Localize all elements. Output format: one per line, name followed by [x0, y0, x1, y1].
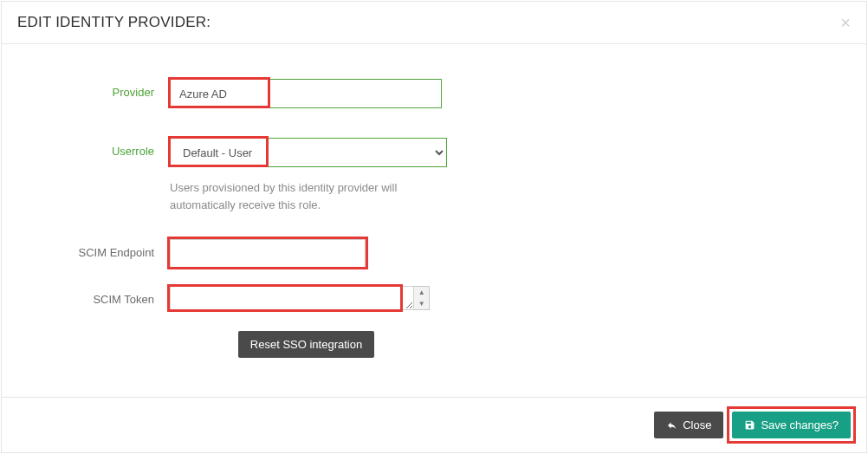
modal-footer: Close Save changes? [2, 397, 866, 452]
label-scim-token: SCIM Token [28, 286, 170, 306]
reset-sso-label: Reset SSO integration [250, 338, 362, 351]
save-icon [744, 419, 755, 431]
row-userrole: Userrole Default - User Users provisione… [28, 138, 840, 213]
modal-body: Provider Userrole Default - User Users p… [2, 44, 866, 397]
spinner-up-icon[interactable]: ▲ [414, 287, 429, 298]
row-scim-token: SCIM Token ▲ ▼ [28, 286, 840, 310]
reply-icon [666, 420, 677, 431]
textarea-spinner[interactable]: ▲ ▼ [414, 286, 430, 310]
provider-input[interactable] [170, 79, 442, 108]
row-provider: Provider [28, 79, 840, 108]
close-icon[interactable]: × [840, 14, 851, 31]
close-button[interactable]: Close [654, 412, 723, 438]
row-scim-endpoint: SCIM Endpoint [28, 239, 840, 269]
scim-token-input[interactable] [170, 286, 414, 310]
close-button-label: Close [683, 418, 711, 431]
modal-header: EDIT IDENTITY PROVIDER: × [2, 2, 866, 44]
label-provider: Provider [28, 79, 170, 99]
userrole-help-text: Users provisioned by this identity provi… [170, 179, 447, 213]
save-changes-button[interactable]: Save changes? [732, 412, 851, 438]
label-userrole: Userrole [28, 138, 170, 158]
save-button-label: Save changes? [761, 418, 839, 431]
spinner-down-icon[interactable]: ▼ [414, 298, 429, 309]
userrole-select[interactable]: Default - User [170, 138, 447, 167]
label-scim-endpoint: SCIM Endpoint [28, 239, 170, 259]
edit-identity-provider-modal: EDIT IDENTITY PROVIDER: × Provider Userr… [1, 1, 867, 453]
modal-title: EDIT IDENTITY PROVIDER: [17, 14, 211, 31]
reset-sso-button[interactable]: Reset SSO integration [238, 331, 374, 358]
scim-endpoint-input[interactable] [170, 239, 366, 269]
